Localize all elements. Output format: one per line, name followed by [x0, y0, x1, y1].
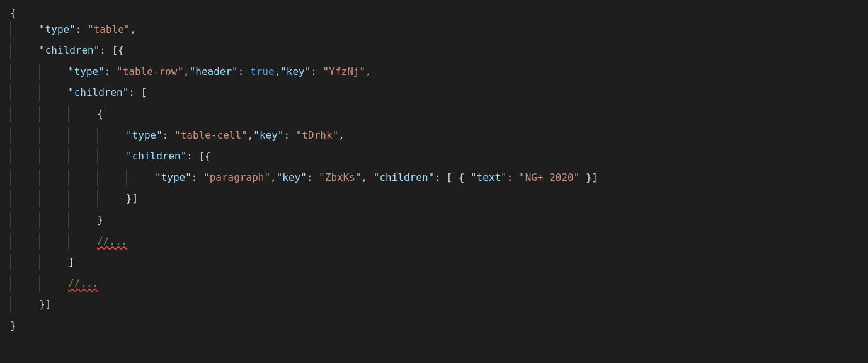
token-string: "ZbxKs"	[319, 171, 361, 183]
code-line[interactable]: }]	[0, 190, 868, 212]
token-punct: : [	[128, 86, 147, 98]
token-comment: //...	[68, 277, 98, 289]
token-punct: :	[307, 171, 319, 183]
code-line[interactable]: }	[0, 212, 868, 233]
token-key: "type"	[68, 66, 105, 78]
token-key: "type"	[39, 23, 76, 35]
token-punct: :	[238, 66, 250, 78]
token-key: "children"	[39, 44, 100, 56]
code-line[interactable]: "type": "paragraph","key": "ZbxKs", "chi…	[0, 170, 868, 191]
token-string: "table-cell"	[174, 129, 248, 141]
token-key: "children"	[68, 86, 128, 98]
token-key: "type"	[155, 171, 191, 183]
token-punct: :	[76, 23, 88, 35]
code-line[interactable]: ]	[0, 254, 868, 275]
token-key: "children"	[126, 150, 186, 162]
code-line[interactable]: }]	[0, 296, 868, 318]
token-punct: ,	[130, 23, 137, 35]
token-string: "table-row"	[117, 66, 183, 78]
token-punct: :	[283, 129, 295, 141]
token-punct: ,	[338, 129, 345, 141]
token-punct: {	[10, 7, 16, 19]
token-punct: ,	[365, 66, 372, 78]
token-string: "table"	[88, 23, 130, 35]
token-punct: :	[163, 129, 174, 141]
code-line[interactable]: {	[0, 106, 868, 127]
token-string: "tDrhk"	[296, 129, 338, 141]
code-editor[interactable]: {"type": "table","children": [{"type": "…	[0, 5, 868, 334]
token-key: "text"	[471, 171, 507, 183]
token-key: "key"	[280, 66, 311, 78]
token-key: "key"	[253, 129, 283, 141]
code-line[interactable]: //...	[0, 233, 868, 255]
token-punct: ,	[275, 66, 281, 78]
token-key: "children"	[374, 171, 434, 183]
token-punct: :	[311, 66, 323, 78]
token-punct: :	[507, 171, 519, 183]
code-line[interactable]: }	[0, 318, 868, 334]
token-punct: :	[105, 66, 117, 78]
token-punct: {	[97, 108, 103, 120]
token-punct: ,	[270, 171, 277, 183]
code-line[interactable]: //...	[0, 275, 868, 297]
token-punct: ]	[68, 256, 74, 268]
token-key: "type"	[126, 129, 163, 141]
token-punct: : [{	[100, 44, 124, 56]
token-string: "YfzNj"	[323, 66, 365, 78]
token-key: "key"	[277, 171, 307, 183]
token-string: "NG+ 2020"	[519, 171, 580, 183]
token-comment: //...	[97, 235, 127, 247]
token-punct: : [{	[186, 150, 211, 162]
token-punct: ,	[362, 171, 374, 183]
token-punct: }]	[39, 298, 51, 310]
code-line[interactable]: {	[0, 5, 868, 21]
token-string: "paragraph"	[203, 171, 270, 183]
token-punct: }]	[580, 171, 598, 183]
code-line[interactable]: "children": [{	[0, 42, 868, 64]
code-line[interactable]: "type": "table-row","header": true,"key"…	[0, 64, 868, 85]
token-punct: : [ {	[434, 171, 471, 183]
code-line[interactable]: "type": "table-cell","key": "tDrhk",	[0, 127, 868, 149]
token-key: "header"	[190, 66, 238, 78]
token-punct: ,	[248, 129, 254, 141]
code-line[interactable]: "type": "table",	[0, 21, 868, 43]
token-bool: true	[250, 66, 275, 78]
token-punct: }	[10, 320, 16, 331]
token-punct: }	[97, 214, 103, 226]
code-line[interactable]: "children": [{	[0, 148, 868, 170]
code-line[interactable]: "children": [	[0, 84, 868, 106]
token-punct: }]	[126, 192, 138, 204]
token-punct: ,	[183, 66, 190, 78]
token-punct: :	[191, 171, 203, 183]
